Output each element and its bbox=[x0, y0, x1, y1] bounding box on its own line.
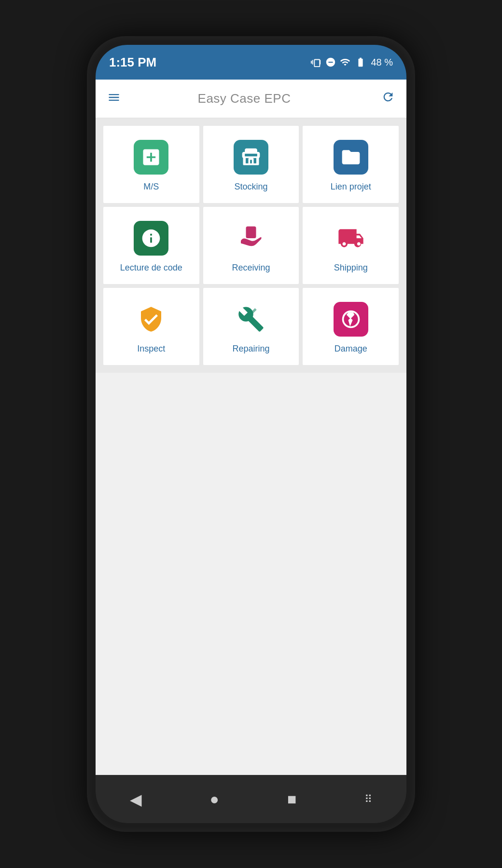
vibrate-icon bbox=[311, 57, 321, 68]
lien-projet-label: Lien projet bbox=[331, 181, 371, 192]
refresh-button[interactable] bbox=[381, 90, 395, 107]
keyboard-button[interactable]: ⠿ bbox=[355, 788, 382, 811]
recent-apps-button[interactable]: ■ bbox=[278, 786, 306, 813]
hamburger-menu-button[interactable] bbox=[107, 91, 121, 107]
stocking-icon bbox=[234, 140, 268, 175]
back-button[interactable]: ◀ bbox=[120, 786, 152, 814]
grid-item-shipping[interactable]: Shipping bbox=[303, 207, 399, 284]
inspect-label: Inspect bbox=[137, 343, 165, 354]
grid-item-lecture-de-code[interactable]: Lecture de code bbox=[103, 207, 199, 284]
stocking-label: Stocking bbox=[234, 181, 267, 192]
phone-frame: 1:15 PM 48 % bbox=[87, 36, 415, 832]
status-time: 1:15 PM bbox=[109, 55, 156, 70]
home-button[interactable]: ● bbox=[200, 786, 229, 813]
repairing-label: Repairing bbox=[232, 343, 269, 354]
shipping-label: Shipping bbox=[334, 262, 368, 273]
minus-circle-icon bbox=[325, 57, 336, 68]
shipping-icon bbox=[334, 221, 368, 256]
ms-icon bbox=[134, 140, 168, 175]
grid-item-repairing[interactable]: Repairing bbox=[203, 288, 299, 365]
damage-label: Damage bbox=[335, 343, 367, 354]
repairing-icon bbox=[234, 302, 268, 337]
grid-item-receiving[interactable]: Receiving bbox=[203, 207, 299, 284]
receiving-icon bbox=[234, 221, 268, 256]
grid-item-inspect[interactable]: Inspect bbox=[103, 288, 199, 365]
grid-item-damage[interactable]: Damage bbox=[303, 288, 399, 365]
ms-label: M/S bbox=[143, 181, 159, 192]
lien-projet-icon bbox=[334, 140, 368, 175]
app-bar: Easy Case EPC bbox=[96, 80, 406, 118]
grid-item-lien-projet[interactable]: Lien projet bbox=[303, 126, 399, 203]
grid-item-ms[interactable]: M/S bbox=[103, 126, 199, 203]
damage-icon bbox=[334, 302, 368, 337]
phone-screen: 1:15 PM 48 % bbox=[96, 45, 406, 823]
status-bar: 1:15 PM 48 % bbox=[96, 45, 406, 80]
menu-grid: M/S Stocking Lien projet Lecture de code… bbox=[96, 118, 406, 373]
lecture-de-code-icon bbox=[134, 221, 168, 256]
battery-percent: 48 % bbox=[371, 57, 393, 68]
main-content: M/S Stocking Lien projet Lecture de code… bbox=[96, 118, 406, 775]
status-icons: 48 % bbox=[311, 57, 393, 68]
lecture-de-code-label: Lecture de code bbox=[120, 262, 182, 273]
receiving-label: Receiving bbox=[232, 262, 270, 273]
wifi-icon bbox=[340, 57, 350, 68]
app-title: Easy Case EPC bbox=[130, 91, 358, 106]
svg-rect-0 bbox=[246, 227, 256, 239]
grid-item-stocking[interactable]: Stocking bbox=[203, 126, 299, 203]
battery-icon bbox=[354, 57, 367, 68]
empty-area bbox=[96, 373, 406, 775]
nav-bar: ◀ ● ■ ⠿ bbox=[96, 775, 406, 823]
inspect-icon bbox=[134, 302, 168, 337]
